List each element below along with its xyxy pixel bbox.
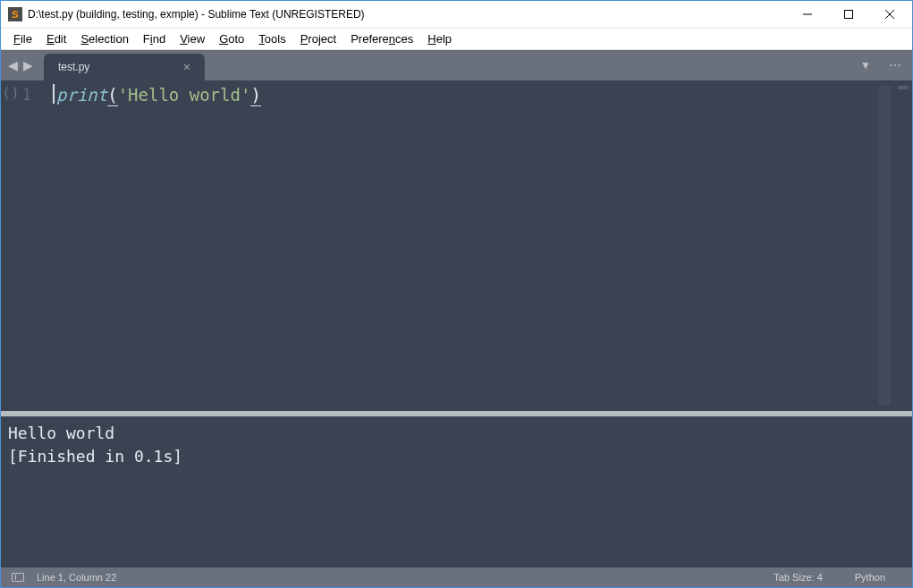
output-line: Hello world <box>8 422 905 445</box>
tabbar-right: ▼ ⋯ <box>860 50 912 80</box>
cursor <box>53 84 55 104</box>
token-string: 'Hello world' <box>118 84 251 106</box>
menu-file[interactable]: File <box>6 30 39 47</box>
menu-selection[interactable]: Selection <box>73 30 135 47</box>
status-syntax[interactable]: Python <box>839 572 901 583</box>
tabbar: ◀ ▶ test.py × ▼ ⋯ <box>1 50 912 80</box>
menu-goto[interactable]: Goto <box>212 30 251 47</box>
maximize-button[interactable] <box>828 1 869 28</box>
tab-prev-icon[interactable]: ◀ <box>6 58 20 72</box>
code-content[interactable]: print ( 'Hello world' ) <box>53 80 878 411</box>
tab-next-icon[interactable]: ▶ <box>21 58 35 72</box>
menubar: File Edit Selection Find View Goto Tools… <box>1 29 912 50</box>
svg-rect-1 <box>845 11 853 19</box>
minimap-content <box>898 86 909 89</box>
token-close-paren: ) <box>250 84 260 106</box>
menu-edit[interactable]: Edit <box>39 30 73 47</box>
app-icon: S <box>8 7 22 21</box>
status-position[interactable]: Line 1, Column 22 <box>37 572 757 583</box>
window-controls <box>787 1 910 28</box>
menu-find[interactable]: Find <box>136 30 173 47</box>
editor-scrollbar[interactable] <box>878 86 891 406</box>
menu-view[interactable]: View <box>173 30 212 47</box>
token-open-paren: ( <box>107 84 117 106</box>
token-function: print <box>56 84 107 106</box>
status-tab-size[interactable]: Tab Size: 4 <box>757 572 838 583</box>
statusbar: Line 1, Column 22 Tab Size: 4 Python <box>1 567 912 587</box>
tab-overflow-icon[interactable]: ⋯ <box>889 58 903 72</box>
line-gutter: 1 <box>21 80 53 411</box>
menu-project[interactable]: Project <box>293 30 343 47</box>
window-title: D:\test.py (building, testing, exmple) -… <box>28 8 787 21</box>
panel-switcher-icon[interactable] <box>12 573 24 582</box>
menu-preferences[interactable]: Preferences <box>343 30 420 47</box>
line-number: 1 <box>21 84 31 105</box>
menu-help[interactable]: Help <box>420 30 459 47</box>
editor[interactable]: () 1 print ( 'Hello world' ) <box>1 80 912 411</box>
tab-dropdown-icon[interactable]: ▼ <box>860 59 871 71</box>
tab-label: test.py <box>58 61 89 73</box>
fold-indicator: () <box>1 84 21 101</box>
minimap[interactable] <box>894 80 912 411</box>
tab-close-icon[interactable]: × <box>180 60 194 74</box>
close-button[interactable] <box>869 1 910 28</box>
menu-tools[interactable]: Tools <box>251 30 292 47</box>
output-panel[interactable]: Hello world [Finished in 0.1s] <box>1 416 912 567</box>
tab-nav: ◀ ▶ <box>6 50 44 80</box>
fold-gutter: () <box>1 80 21 411</box>
code-line: print ( 'Hello world' ) <box>53 84 878 106</box>
titlebar: S D:\test.py (building, testing, exmple)… <box>1 1 912 29</box>
minimize-button[interactable] <box>787 1 828 28</box>
tab-active[interactable]: test.py × <box>44 54 205 80</box>
output-line: [Finished in 0.1s] <box>8 445 905 468</box>
